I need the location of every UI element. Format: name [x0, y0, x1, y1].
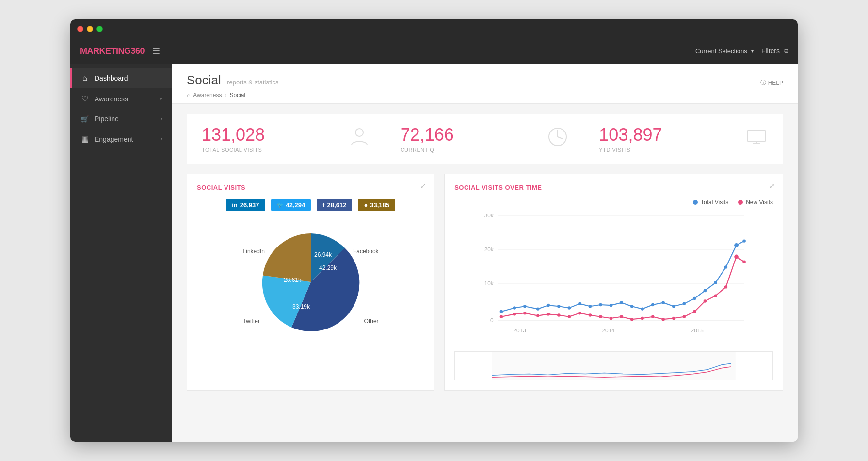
topnav-left: MARKETING360 ☰ — [80, 46, 160, 56]
minimize-button[interactable] — [87, 26, 93, 32]
filters-label[interactable]: Filters — [761, 47, 780, 55]
person-icon — [348, 125, 371, 153]
pie-label-twitter: 28.61k — [284, 277, 302, 283]
charts-row: SOCIAL VISITS ⤢ in 26,937 🐦 42,294 — [187, 174, 783, 391]
sidebar-item-pipeline[interactable]: 🛒 Pipeline ‹ — [70, 109, 172, 129]
line-chart-area: 30k 20k 10k 0 2013 — [454, 210, 773, 346]
pie-label-linkedin: 26.94k — [314, 251, 332, 258]
page-header: Social reports & statistics ⓘ HELP ⌂ Awa… — [172, 64, 798, 104]
dot-total-15 — [651, 303, 654, 306]
legend-new: New Visits — [738, 199, 773, 206]
badge-facebook: f 28,612 — [317, 199, 352, 211]
legend-total: Total Visits — [693, 199, 728, 206]
expand-button-left[interactable]: ⤢ — [420, 182, 426, 190]
dot-total-12 — [620, 301, 623, 304]
dot-new-14 — [641, 317, 644, 320]
sidebar-item-dashboard[interactable]: ⌂ Dashboard — [70, 68, 172, 88]
body-area: ⌂ Dashboard ♡ Awareness ∨ 🛒 Pipeline ‹ ▦… — [70, 64, 798, 442]
stat-info-ytd: 103,897 YTD VISITS — [599, 125, 662, 153]
topnav: MARKETING360 ☰ Current Selections ▾ Filt… — [70, 38, 798, 64]
current-selections-label[interactable]: Current Selections — [695, 48, 747, 55]
x-label-2013: 2013 — [514, 327, 527, 334]
filter-icon: ⧉ — [784, 47, 788, 55]
chevron-down-icon: ▾ — [751, 49, 754, 54]
social-badges: in 26,937 🐦 42,294 f 28,612 — [197, 199, 424, 211]
cart-icon: 🛒 — [80, 115, 90, 123]
mini-bg — [492, 352, 736, 380]
page-title-row: Social reports & statistics ⓘ HELP — [187, 73, 783, 88]
x-label-2014: 2014 — [602, 327, 615, 334]
stat-label-current: CURRENT Q — [401, 147, 454, 153]
dot-total-17 — [672, 305, 675, 308]
dot-new-1 — [500, 315, 503, 318]
topnav-right: Current Selections ▾ Filters ⧉ — [695, 47, 788, 55]
dot-new-7 — [568, 315, 571, 318]
pie-other — [263, 233, 311, 282]
dot-new-2 — [513, 313, 516, 315]
dot-new-23 — [734, 255, 739, 259]
dot-total-19 — [693, 297, 696, 300]
clock-icon — [546, 125, 569, 153]
mini-chart-svg — [455, 352, 772, 380]
dot-new-19 — [693, 310, 696, 313]
sidebar-label-awareness: Awareness — [95, 95, 128, 103]
stat-label-total: TOTAL SOCIAL VISITS — [202, 147, 265, 153]
dot-new-8 — [578, 312, 581, 314]
dot-new-4 — [536, 314, 539, 317]
expand-button-right[interactable]: ⤢ — [769, 182, 775, 190]
facebook-icon: f — [322, 201, 324, 209]
dot-new-24 — [743, 260, 746, 263]
pie-chart: 42.29k 33.19k 28.61k 26.94k — [253, 224, 369, 340]
social-over-time-card: SOCIAL VISITS OVER TIME ⤢ Total Visits N… — [444, 174, 783, 391]
close-button[interactable] — [77, 26, 83, 32]
pie-container: 42.29k 33.19k 28.61k 26.94k LinkedIn Fac… — [197, 219, 424, 329]
dot-total-11 — [610, 304, 612, 307]
stat-card-ytd: 103,897 YTD VISITS — [584, 114, 783, 164]
dot-new-3 — [523, 312, 526, 314]
sidebar-item-awareness[interactable]: ♡ Awareness ∨ — [70, 88, 172, 109]
badge-other: ● 33,185 — [358, 199, 395, 211]
legend-dot-blue — [693, 200, 698, 205]
breadcrumb-awareness[interactable]: Awareness — [193, 92, 222, 99]
legend-total-label: Total Visits — [701, 199, 728, 206]
linkedin-count: 26,937 — [240, 201, 259, 209]
logo: MARKETING360 — [80, 46, 145, 56]
dot-total-1 — [500, 310, 503, 313]
chevron-left-icon: ‹ — [161, 116, 162, 122]
dot-new-11 — [610, 317, 612, 320]
dot-new-18 — [683, 315, 686, 318]
breadcrumb-current: Social — [229, 92, 245, 99]
hamburger-menu[interactable]: ☰ — [152, 46, 160, 56]
linkedin-icon: in — [232, 201, 238, 209]
twitter-icon: 🐦 — [277, 202, 284, 208]
badge-linkedin: in 26,937 — [226, 199, 265, 211]
maximize-button[interactable] — [96, 26, 103, 32]
app-window: MARKETING360 ☰ Current Selections ▾ Filt… — [70, 19, 798, 442]
dot-new-21 — [714, 294, 717, 297]
x-label-2015: 2015 — [691, 327, 704, 334]
sidebar-item-engagement[interactable]: ▦ Engagement ‹ — [70, 129, 172, 149]
stat-label-ytd: YTD VISITS — [599, 147, 662, 153]
help-button[interactable]: ⓘ HELP — [760, 79, 783, 87]
full-layout: MARKETING360 ☰ Current Selections ▾ Filt… — [70, 38, 798, 442]
dot-total-2 — [513, 306, 516, 309]
sidebar-label-pipeline: Pipeline — [95, 115, 119, 123]
dot-new-10 — [599, 315, 602, 318]
social-visits-card: SOCIAL VISITS ⤢ in 26,937 🐦 42,294 — [187, 174, 434, 391]
dot-total-9 — [589, 305, 592, 308]
facebook-count: 28,612 — [327, 201, 347, 209]
stats-row: 131,028 TOTAL SOCIAL VISITS 72,166 — [187, 114, 783, 164]
dot-new-20 — [704, 299, 707, 302]
dot-new-12 — [620, 315, 623, 318]
main-content: Social reports & statistics ⓘ HELP ⌂ Awa… — [172, 64, 798, 442]
y-label-20k: 20k — [484, 246, 494, 253]
dot-total-3 — [523, 305, 526, 308]
badge-twitter: 🐦 42,294 — [271, 199, 311, 211]
dot-total-13 — [630, 305, 633, 308]
dot-total-14 — [641, 307, 644, 310]
logo-text-suffix: 360 — [131, 46, 145, 56]
pie-label-facebook: 42.29k — [319, 264, 337, 271]
logo-text-prefix: MARKETING — [80, 46, 131, 56]
svg-point-0 — [355, 129, 363, 136]
dot-total-20 — [704, 289, 707, 292]
